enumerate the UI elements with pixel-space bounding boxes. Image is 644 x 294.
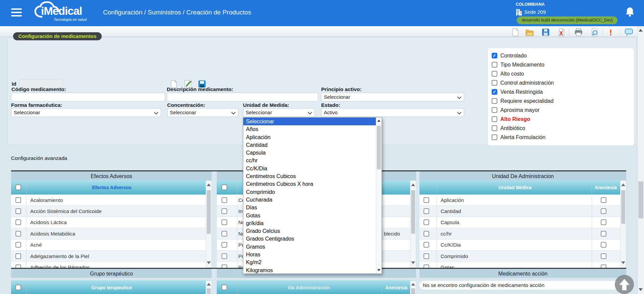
dropdown-option[interactable]: Horas <box>243 251 376 258</box>
alert-icon[interactable]: ! <box>606 28 616 37</box>
scrollbar-thumb[interactable] <box>638 181 643 218</box>
efectos-select-all-checkbox[interactable] <box>15 184 21 190</box>
anestesia-checkbox[interactable] <box>601 231 606 237</box>
dropdown-option[interactable]: Días <box>243 204 376 211</box>
row-checkbox[interactable] <box>221 253 227 259</box>
new-document-icon[interactable] <box>511 28 520 37</box>
row-checkbox[interactable] <box>15 264 21 268</box>
dropdown-scrollbar[interactable] <box>376 118 382 274</box>
row-checkbox[interactable] <box>15 242 21 248</box>
controlado-checkbox[interactable] <box>492 53 497 58</box>
estado-select[interactable]: Activo <box>321 108 464 117</box>
descripcion-input[interactable] <box>167 93 318 101</box>
table-row[interactable]: Acné <box>11 240 212 251</box>
unidad-medica-column-title[interactable]: Unidad Médica <box>440 185 591 190</box>
dropdown-option-selected[interactable]: Seleccionar <box>243 118 376 125</box>
row-checkbox[interactable] <box>221 219 227 225</box>
table-row[interactable]: Capsula <box>419 217 626 228</box>
table-row[interactable]: Comprimido <box>419 251 626 262</box>
row-checkbox[interactable] <box>424 264 429 268</box>
anestesia-checkbox[interactable] <box>601 208 606 214</box>
row-checkbox[interactable] <box>221 208 227 214</box>
anestesia-column-title[interactable]: Anestesia <box>592 185 619 190</box>
antibiotico-checkbox[interactable] <box>492 125 497 131</box>
alto-costo-checkbox[interactable] <box>492 71 497 77</box>
anestesia-checkbox[interactable] <box>601 197 606 203</box>
dropdown-option[interactable]: cc/hr <box>243 157 376 164</box>
requiere-especialidad-checkbox[interactable] <box>492 98 497 104</box>
alerta-formulacion-checkbox[interactable] <box>492 134 497 140</box>
dropdown-option[interactable]: Grados Centigrados <box>243 235 376 243</box>
dropdown-option[interactable]: Kg/m2 <box>243 258 376 266</box>
row-checkbox[interactable] <box>424 253 429 259</box>
unidad-admin-scrollbar[interactable] <box>620 180 626 268</box>
row-checkbox[interactable] <box>424 208 429 214</box>
control-administracion-checkbox[interactable] <box>492 80 497 86</box>
comment-icon[interactable] <box>624 28 634 37</box>
grupo-terapeutico-column-title[interactable]: Grupo terapeutico <box>31 285 192 290</box>
row-checkbox[interactable] <box>15 197 21 203</box>
table-row[interactable]: Acaloramiento <box>11 195 212 206</box>
table-row[interactable]: Gotas <box>419 262 626 268</box>
dropdown-option[interactable]: Kilogramos <box>243 266 376 274</box>
table-row[interactable]: Cc/K/Dia <box>419 240 626 251</box>
table-row[interactable]: Acidosis Láctica <box>11 217 212 228</box>
dropdown-option[interactable]: Centimetros Cubicos X hora <box>243 180 376 188</box>
codigo-input[interactable] <box>11 93 165 101</box>
row-checkbox[interactable] <box>424 197 429 203</box>
row-checkbox[interactable] <box>15 253 21 259</box>
table-row[interactable]: Aplicación <box>419 195 626 206</box>
via-admin-column-title[interactable]: Via Administración <box>238 285 379 290</box>
via-anestesia-column-title[interactable]: Anestesia <box>383 285 410 290</box>
dropdown-option[interactable]: Grado Celcius <box>243 227 376 235</box>
save-icon[interactable] <box>541 28 550 37</box>
alto-riesgo-checkbox[interactable] <box>492 116 497 122</box>
dropdown-option[interactable]: Comprimido <box>243 188 376 196</box>
grupo-scrollbar[interactable] <box>206 281 212 294</box>
dropdown-option[interactable]: gr/k/dia <box>243 219 376 227</box>
dropdown-option[interactable]: Cucharada <box>243 196 376 204</box>
table-row[interactable]: Acción Sistémica del Corticoide <box>11 206 212 217</box>
dropdown-option[interactable]: Centimetros Cubicos <box>243 172 376 180</box>
efectos-column-title[interactable]: Efectos Adversos <box>31 185 192 190</box>
middle-select-all-checkbox[interactable] <box>221 184 227 190</box>
open-folder-icon[interactable] <box>525 28 534 37</box>
venta-restringida-checkbox[interactable] <box>492 89 497 95</box>
row-checkbox[interactable] <box>424 242 429 248</box>
anestesia-checkbox[interactable] <box>601 253 606 259</box>
scrollbar-down-icon[interactable] <box>639 288 643 291</box>
via-scrollbar[interactable] <box>410 281 416 294</box>
dropdown-option[interactable]: Años <box>243 125 376 133</box>
anestesia-checkbox[interactable] <box>601 219 606 225</box>
print-preview-icon[interactable] <box>590 28 599 37</box>
table-row[interactable]: Cantidad <box>419 206 626 217</box>
efectos-scrollbar[interactable] <box>206 180 212 268</box>
notifications-bell-icon[interactable] <box>626 7 634 17</box>
unidad-select[interactable]: Seleccionar <box>243 108 315 117</box>
forma-select[interactable]: Seleccionar <box>11 108 161 117</box>
dropdown-option[interactable]: Aplicación <box>243 133 376 141</box>
print-icon[interactable] <box>574 28 583 37</box>
row-checkbox[interactable] <box>221 231 227 237</box>
concentracion-select[interactable]: Seleccionar <box>167 108 238 117</box>
row-checkbox[interactable] <box>15 208 21 214</box>
dropdown-option[interactable]: Cc/K/Dia <box>243 165 376 172</box>
scrollbar-up-icon[interactable] <box>639 29 643 32</box>
anestesia-checkbox[interactable] <box>601 242 606 248</box>
page-scrollbar[interactable] <box>637 26 644 294</box>
tipo-medicamento-checkbox[interactable] <box>492 62 497 68</box>
table-row[interactable]: Adhesión de los Párpados <box>11 262 212 268</box>
row-checkbox[interactable] <box>15 219 21 225</box>
table-row[interactable]: Acidosis Metabólica <box>11 228 212 239</box>
grupo-select-all-checkbox[interactable] <box>15 285 21 290</box>
dropdown-option[interactable]: Gotas <box>243 212 376 219</box>
dropdown-option[interactable]: Cantidad <box>243 141 376 149</box>
delete-document-icon[interactable]: X <box>557 28 566 37</box>
row-checkbox[interactable] <box>221 264 227 268</box>
row-checkbox[interactable] <box>424 219 429 225</box>
aproxima-mayor-checkbox[interactable] <box>492 107 497 113</box>
table-row[interactable]: cc/hr <box>419 228 626 239</box>
row-checkbox[interactable] <box>424 231 429 237</box>
menu-icon[interactable] <box>11 8 22 17</box>
breadcrumb[interactable]: Configuración / Suministros / Creación d… <box>103 9 251 16</box>
